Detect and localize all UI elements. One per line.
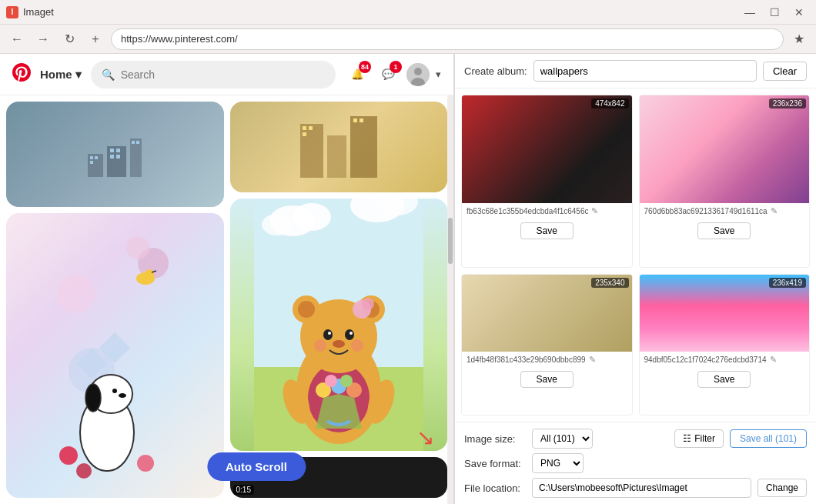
svg-point-55: [345, 329, 354, 340]
svg-rect-10: [110, 155, 114, 159]
home-button[interactable]: Home ▾: [40, 68, 82, 82]
messages-button[interactable]: 💬 1: [376, 62, 400, 87]
pinterest-panel: Home ▾ 🔍 Search 🔔 84 💬 1 ▾: [0, 54, 454, 504]
image-filename-2: 760d6bb83ac69213361749d1611ca ✎: [644, 206, 805, 216]
refresh-button[interactable]: ↻: [59, 28, 80, 50]
image-thumb-3: 235x340: [462, 275, 632, 352]
save-all-button[interactable]: Save all (101): [730, 429, 807, 448]
pinterest-logo: [12, 63, 31, 86]
notifications-button[interactable]: 🔔 84: [345, 62, 370, 87]
edit-icon-2[interactable]: ✎: [771, 206, 778, 216]
create-album-label: Create album:: [464, 65, 527, 77]
app-icon: I: [6, 6, 18, 18]
image-thumb-1: 474x842: [462, 95, 632, 203]
image-filename-3: 1d4fb48f381c433e29b690dbbc899 ✎: [467, 355, 627, 365]
message-badge: 1: [390, 61, 402, 73]
svg-rect-8: [110, 149, 114, 152]
svg-rect-6: [90, 161, 93, 164]
svg-point-42: [293, 203, 331, 231]
svg-point-60: [351, 339, 363, 352]
svg-point-58: [333, 340, 345, 348]
edit-icon-3[interactable]: ✎: [589, 355, 596, 365]
pin-card-winnie[interactable]: [230, 199, 448, 451]
edit-icon-1[interactable]: ✎: [591, 206, 598, 216]
main-layout: Home ▾ 🔍 Search 🔔 84 💬 1 ▾: [0, 54, 816, 504]
minimize-button[interactable]: —: [739, 5, 761, 20]
edit-icon-4[interactable]: ✎: [770, 355, 777, 365]
image-card-2: 236x236 760d6bb83ac69213361749d1611ca ✎ …: [639, 95, 811, 268]
svg-point-17: [57, 275, 95, 313]
svg-rect-4: [90, 156, 93, 159]
clear-button[interactable]: Clear: [763, 62, 807, 81]
save-row-2: Save: [640, 219, 810, 242]
app-title: Imaget: [23, 6, 54, 18]
pin-card-buildings[interactable]: [230, 102, 448, 192]
image-size-select[interactable]: All (101) Large Medium Small: [532, 429, 593, 449]
save-format-label: Save format:: [464, 458, 526, 469]
pinterest-nav: Home ▾ 🔍 Search 🔔 84 💬 1 ▾: [0, 54, 453, 95]
svg-point-28: [119, 393, 126, 398]
pin-card-snoopy[interactable]: [6, 213, 224, 499]
svg-point-62: [362, 298, 374, 310]
filter-button[interactable]: ☷ Filter: [674, 429, 724, 448]
auto-scroll-button[interactable]: Auto Scroll: [207, 452, 306, 481]
file-location-input[interactable]: [532, 478, 751, 498]
svg-point-16: [126, 236, 149, 259]
close-button[interactable]: ✕: [788, 5, 810, 20]
scroll-thumb[interactable]: [448, 218, 453, 264]
svg-rect-37: [303, 132, 306, 136]
masonry-col-right: ▶ Video 0:15: [230, 102, 448, 498]
image-dims-4: 236x419: [769, 278, 806, 288]
svg-rect-35: [303, 126, 306, 130]
album-input[interactable]: [533, 60, 757, 82]
titlebar: I Imaget — ☐ ✕: [0, 0, 816, 25]
scroll-track[interactable]: [447, 95, 453, 504]
address-bar[interactable]: [111, 28, 784, 50]
back-button[interactable]: ←: [6, 28, 28, 50]
svg-point-54: [323, 329, 333, 340]
auto-scroll-label: Auto Scroll: [226, 460, 287, 473]
image-dims-2: 236x236: [769, 98, 806, 108]
file-location-row: File location: Change: [464, 478, 807, 498]
svg-rect-38: [353, 118, 357, 122]
save-button-3[interactable]: Save: [520, 371, 574, 388]
new-tab-button[interactable]: +: [85, 28, 106, 50]
image-thumb-4: 236x419: [640, 275, 810, 352]
image-info-4: 94dbf05c12c1f7024c276edcbd3714 ✎: [640, 352, 810, 368]
save-button-1[interactable]: Save: [520, 222, 574, 239]
svg-rect-14: [136, 141, 139, 144]
image-filename-1: fb63c68e1c355b4edcbda4f1c6456c ✎: [467, 206, 627, 216]
svg-rect-36: [309, 126, 313, 130]
svg-point-27: [112, 389, 117, 393]
change-button[interactable]: Change: [757, 479, 807, 497]
file-location-label: File location:: [464, 482, 526, 494]
masonry-grid: ▶ Video 0:15: [6, 102, 447, 498]
account-chevron-button[interactable]: ▾: [436, 68, 441, 80]
svg-point-31: [137, 455, 154, 472]
svg-rect-5: [95, 156, 98, 159]
save-format-select[interactable]: PNG JPEG WebP: [532, 453, 584, 473]
save-button-4[interactable]: Save: [697, 371, 751, 388]
pin-card-city[interactable]: [6, 102, 224, 207]
image-info-2: 760d6bb83ac69213361749d1611ca ✎: [640, 203, 810, 219]
svg-rect-9: [116, 149, 120, 152]
image-card-1: 474x842 fb63c68e1c355b4edcbda4f1c6456c ✎…: [461, 95, 633, 268]
image-grid: 474x842 fb63c68e1c355b4edcbda4f1c6456c ✎…: [455, 88, 816, 422]
save-button-2[interactable]: Save: [697, 222, 751, 239]
image-size-label: Image size:: [464, 433, 526, 445]
masonry-col-left: [6, 102, 224, 498]
svg-rect-39: [360, 118, 363, 122]
save-row-1: Save: [462, 219, 632, 242]
search-placeholder: Search: [121, 68, 155, 81]
pinterest-content: ▶ Video 0:15 Auto Scroll ↘: [0, 95, 453, 504]
imaget-footer: Image size: All (101) Large Medium Small…: [455, 422, 816, 504]
maximize-button[interactable]: ☐: [764, 5, 785, 20]
svg-point-30: [76, 463, 92, 479]
svg-point-67: [340, 375, 353, 387]
scroll-arrow-icon: ↘: [416, 425, 434, 450]
forward-button[interactable]: →: [32, 28, 54, 50]
bookmark-button[interactable]: ★: [788, 28, 810, 50]
search-bar[interactable]: 🔍 Search: [91, 61, 336, 88]
image-card-3: 235x340 1d4fb48f381c433e29b690dbbc899 ✎ …: [461, 274, 633, 416]
titlebar-controls: — ☐ ✕: [739, 5, 810, 20]
